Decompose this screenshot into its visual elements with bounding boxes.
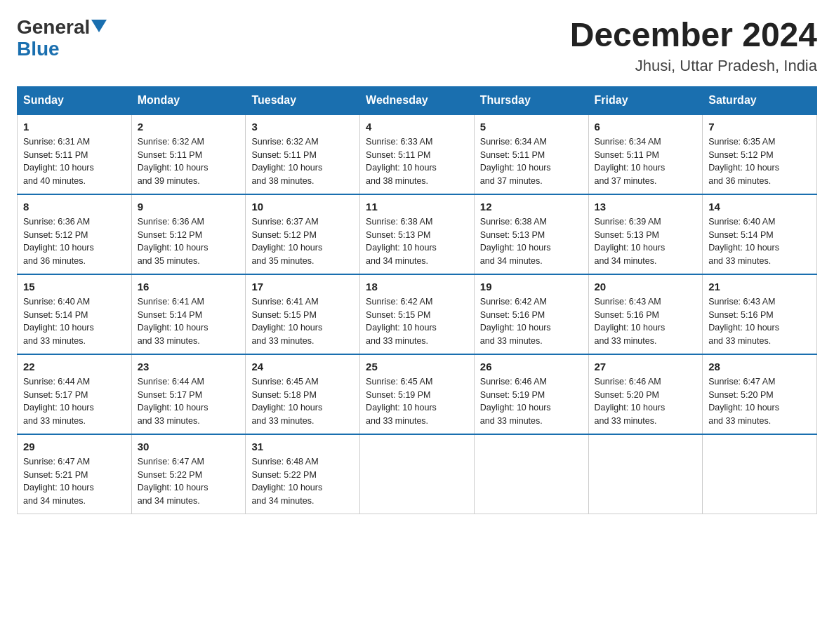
day-info: Sunrise: 6:46 AMSunset: 5:20 PMDaylight:… xyxy=(595,375,697,428)
day-number: 30 xyxy=(138,441,240,452)
table-row: 12Sunrise: 6:38 AMSunset: 5:13 PMDayligh… xyxy=(474,194,588,274)
day-number: 4 xyxy=(366,121,468,133)
day-number: 29 xyxy=(23,441,126,452)
col-friday: Friday xyxy=(588,86,703,114)
col-saturday: Saturday xyxy=(703,86,817,114)
table-row: 4Sunrise: 6:33 AMSunset: 5:11 PMDaylight… xyxy=(360,114,475,194)
calendar-table: Sunday Monday Tuesday Wednesday Thursday… xyxy=(17,86,817,514)
calendar-week-row: 29Sunrise: 6:47 AMSunset: 5:21 PMDayligh… xyxy=(18,434,817,514)
table-row: 20Sunrise: 6:43 AMSunset: 5:16 PMDayligh… xyxy=(588,274,703,354)
calendar-week-row: 8Sunrise: 6:36 AMSunset: 5:12 PMDaylight… xyxy=(18,194,817,274)
svg-marker-0 xyxy=(91,20,107,32)
table-row xyxy=(360,434,475,514)
calendar-header-row: Sunday Monday Tuesday Wednesday Thursday… xyxy=(18,86,817,114)
table-row: 8Sunrise: 6:36 AMSunset: 5:12 PMDaylight… xyxy=(18,194,132,274)
table-row: 7Sunrise: 6:35 AMSunset: 5:12 PMDaylight… xyxy=(703,114,817,194)
day-info: Sunrise: 6:47 AMSunset: 5:20 PMDaylight:… xyxy=(708,375,811,428)
calendar-week-row: 22Sunrise: 6:44 AMSunset: 5:17 PMDayligh… xyxy=(18,354,817,434)
day-number: 7 xyxy=(708,121,811,133)
table-row: 19Sunrise: 6:42 AMSunset: 5:16 PMDayligh… xyxy=(474,274,588,354)
day-info: Sunrise: 6:43 AMSunset: 5:16 PMDaylight:… xyxy=(708,295,811,348)
table-row: 5Sunrise: 6:34 AMSunset: 5:11 PMDaylight… xyxy=(474,114,588,194)
day-number: 21 xyxy=(708,281,811,293)
col-tuesday: Tuesday xyxy=(246,86,360,114)
day-info: Sunrise: 6:33 AMSunset: 5:11 PMDaylight:… xyxy=(366,135,468,188)
day-number: 10 xyxy=(251,201,354,213)
day-info: Sunrise: 6:40 AMSunset: 5:14 PMDaylight:… xyxy=(708,215,811,268)
table-row: 16Sunrise: 6:41 AMSunset: 5:14 PMDayligh… xyxy=(131,274,246,354)
day-info: Sunrise: 6:41 AMSunset: 5:14 PMDaylight:… xyxy=(138,295,240,348)
day-number: 16 xyxy=(138,281,240,293)
table-row: 11Sunrise: 6:38 AMSunset: 5:13 PMDayligh… xyxy=(360,194,475,274)
day-info: Sunrise: 6:32 AMSunset: 5:11 PMDaylight:… xyxy=(138,135,240,188)
day-number: 14 xyxy=(708,201,811,213)
table-row: 15Sunrise: 6:40 AMSunset: 5:14 PMDayligh… xyxy=(18,274,132,354)
day-info: Sunrise: 6:32 AMSunset: 5:11 PMDaylight:… xyxy=(251,135,354,188)
day-number: 1 xyxy=(23,121,126,133)
day-info: Sunrise: 6:48 AMSunset: 5:22 PMDaylight:… xyxy=(251,455,354,508)
table-row: 17Sunrise: 6:41 AMSunset: 5:15 PMDayligh… xyxy=(246,274,360,354)
col-thursday: Thursday xyxy=(474,86,588,114)
day-number: 3 xyxy=(251,121,354,133)
day-info: Sunrise: 6:37 AMSunset: 5:12 PMDaylight:… xyxy=(251,215,354,268)
day-number: 20 xyxy=(595,281,697,293)
logo-general: General xyxy=(17,17,90,39)
day-number: 26 xyxy=(480,361,583,373)
day-info: Sunrise: 6:38 AMSunset: 5:13 PMDaylight:… xyxy=(480,215,583,268)
table-row: 22Sunrise: 6:44 AMSunset: 5:17 PMDayligh… xyxy=(18,354,132,434)
day-number: 2 xyxy=(138,121,240,133)
day-info: Sunrise: 6:36 AMSunset: 5:12 PMDaylight:… xyxy=(23,215,126,268)
table-row: 28Sunrise: 6:47 AMSunset: 5:20 PMDayligh… xyxy=(703,354,817,434)
day-number: 27 xyxy=(595,361,697,373)
day-number: 28 xyxy=(708,361,811,373)
day-info: Sunrise: 6:38 AMSunset: 5:13 PMDaylight:… xyxy=(366,215,468,268)
day-info: Sunrise: 6:34 AMSunset: 5:11 PMDaylight:… xyxy=(595,135,697,188)
day-number: 31 xyxy=(251,441,354,452)
table-row: 23Sunrise: 6:44 AMSunset: 5:17 PMDayligh… xyxy=(131,354,246,434)
calendar-week-row: 15Sunrise: 6:40 AMSunset: 5:14 PMDayligh… xyxy=(18,274,817,354)
table-row: 31Sunrise: 6:48 AMSunset: 5:22 PMDayligh… xyxy=(246,434,360,514)
table-row: 27Sunrise: 6:46 AMSunset: 5:20 PMDayligh… xyxy=(588,354,703,434)
day-info: Sunrise: 6:42 AMSunset: 5:15 PMDaylight:… xyxy=(366,295,468,348)
day-number: 15 xyxy=(23,281,126,293)
table-row xyxy=(588,434,703,514)
day-info: Sunrise: 6:44 AMSunset: 5:17 PMDaylight:… xyxy=(23,375,126,428)
day-info: Sunrise: 6:46 AMSunset: 5:19 PMDaylight:… xyxy=(480,375,583,428)
col-sunday: Sunday xyxy=(18,86,132,114)
table-row: 3Sunrise: 6:32 AMSunset: 5:11 PMDaylight… xyxy=(246,114,360,194)
calendar-week-row: 1Sunrise: 6:31 AMSunset: 5:11 PMDaylight… xyxy=(18,114,817,194)
day-number: 22 xyxy=(23,361,126,373)
day-number: 23 xyxy=(138,361,240,373)
table-row xyxy=(703,434,817,514)
day-info: Sunrise: 6:36 AMSunset: 5:12 PMDaylight:… xyxy=(138,215,240,268)
table-row: 10Sunrise: 6:37 AMSunset: 5:12 PMDayligh… xyxy=(246,194,360,274)
day-info: Sunrise: 6:44 AMSunset: 5:17 PMDaylight:… xyxy=(138,375,240,428)
day-number: 25 xyxy=(366,361,468,373)
day-number: 8 xyxy=(23,201,126,213)
calendar-title: December 2024 xyxy=(570,17,817,54)
day-number: 17 xyxy=(251,281,354,293)
day-number: 9 xyxy=(138,201,240,213)
table-row: 13Sunrise: 6:39 AMSunset: 5:13 PMDayligh… xyxy=(588,194,703,274)
col-monday: Monday xyxy=(131,86,246,114)
table-row: 30Sunrise: 6:47 AMSunset: 5:22 PMDayligh… xyxy=(131,434,246,514)
page-header: General Blue December 2024 Jhusi, Uttar … xyxy=(17,17,817,75)
table-row: 9Sunrise: 6:36 AMSunset: 5:12 PMDaylight… xyxy=(131,194,246,274)
col-wednesday: Wednesday xyxy=(360,86,475,114)
day-info: Sunrise: 6:45 AMSunset: 5:19 PMDaylight:… xyxy=(366,375,468,428)
table-row: 26Sunrise: 6:46 AMSunset: 5:19 PMDayligh… xyxy=(474,354,588,434)
day-number: 6 xyxy=(595,121,697,133)
table-row: 21Sunrise: 6:43 AMSunset: 5:16 PMDayligh… xyxy=(703,274,817,354)
day-number: 19 xyxy=(480,281,583,293)
table-row: 18Sunrise: 6:42 AMSunset: 5:15 PMDayligh… xyxy=(360,274,475,354)
day-info: Sunrise: 6:43 AMSunset: 5:16 PMDaylight:… xyxy=(595,295,697,348)
day-number: 18 xyxy=(366,281,468,293)
table-row: 24Sunrise: 6:45 AMSunset: 5:18 PMDayligh… xyxy=(246,354,360,434)
table-row: 25Sunrise: 6:45 AMSunset: 5:19 PMDayligh… xyxy=(360,354,475,434)
logo: General Blue xyxy=(17,17,107,60)
day-info: Sunrise: 6:39 AMSunset: 5:13 PMDaylight:… xyxy=(595,215,697,268)
day-number: 24 xyxy=(251,361,354,373)
title-block: December 2024 Jhusi, Uttar Pradesh, Indi… xyxy=(570,17,817,75)
day-info: Sunrise: 6:41 AMSunset: 5:15 PMDaylight:… xyxy=(251,295,354,348)
table-row: 14Sunrise: 6:40 AMSunset: 5:14 PMDayligh… xyxy=(703,194,817,274)
